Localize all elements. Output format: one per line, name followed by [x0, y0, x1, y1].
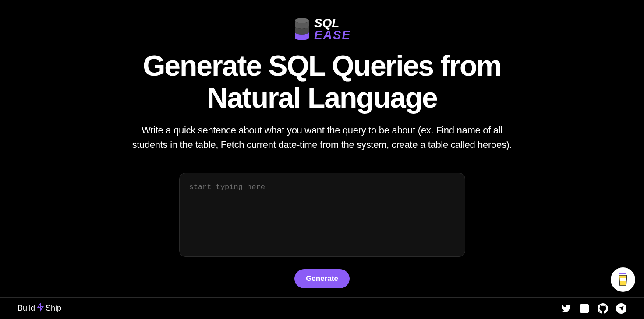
- page-headline: Generate SQL Queries from Natural Langua…: [125, 50, 519, 113]
- query-input[interactable]: [179, 173, 465, 257]
- svg-rect-1: [619, 273, 626, 274]
- brand-prefix: Build: [18, 304, 35, 313]
- github-icon[interactable]: [598, 303, 608, 314]
- logo: SQL EASE: [293, 18, 351, 41]
- telegram-icon[interactable]: [616, 303, 626, 314]
- page-subtitle: Write a quick sentence about what you wa…: [125, 123, 519, 152]
- main-content: SQL EASE Generate SQL Queries from Natur…: [0, 0, 644, 297]
- coffee-cup-icon: [617, 272, 629, 287]
- brand-suffix: Ship: [46, 304, 61, 313]
- svg-rect-2: [620, 278, 626, 281]
- footer-brand[interactable]: Build Ship: [18, 303, 61, 314]
- twitter-icon[interactable]: [561, 303, 571, 314]
- svg-point-5: [587, 305, 587, 306]
- svg-point-0: [295, 18, 309, 23]
- instagram-icon[interactable]: [579, 303, 590, 314]
- footer: Build Ship: [0, 297, 644, 319]
- logo-text-bottom: EASE: [314, 29, 351, 41]
- logo-text-top: SQL: [314, 18, 351, 29]
- social-icons: [561, 303, 626, 314]
- buy-coffee-button[interactable]: [611, 267, 635, 292]
- logo-text: SQL EASE: [314, 18, 351, 41]
- svg-point-4: [583, 307, 586, 310]
- database-icon: [293, 18, 311, 41]
- bolt-icon: [36, 303, 44, 314]
- generate-button[interactable]: Generate: [294, 269, 350, 288]
